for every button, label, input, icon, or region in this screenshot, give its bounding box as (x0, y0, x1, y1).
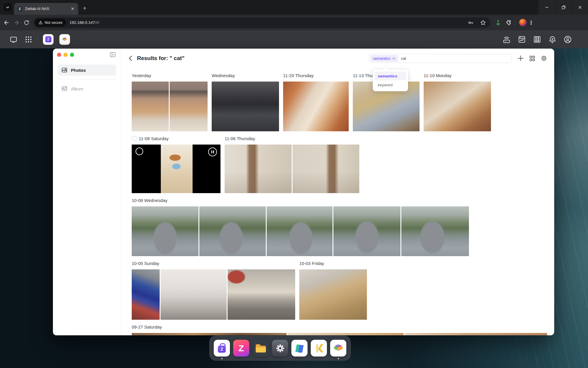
select-group-radio[interactable] (132, 136, 137, 141)
nas-device-icon[interactable] (502, 35, 511, 44)
tab-title: Zettlab AI NAS (25, 7, 70, 11)
dock-zettlab[interactable]: Z (233, 340, 249, 357)
back-chevron-icon[interactable] (128, 55, 132, 61)
bookmark-star-icon[interactable] (480, 19, 486, 26)
minimize-button[interactable] (539, 0, 555, 15)
settings-gear-icon (275, 343, 285, 353)
cat-looking-into-bucket-photo[interactable] (132, 269, 160, 320)
date-group-label: 11-06 Thursday (225, 135, 359, 142)
cat-toy-video[interactable] (132, 145, 220, 193)
restore-button[interactable] (555, 0, 572, 15)
album-icon (61, 86, 67, 92)
browser-tab[interactable]: Z Zettlab AI NAS ✕ (14, 3, 78, 15)
forward-icon (13, 19, 20, 26)
photo-select-circle[interactable] (136, 147, 143, 155)
notifications-icon[interactable] (548, 35, 557, 44)
profile-avatar[interactable] (519, 19, 527, 26)
cat-photo[interactable] (405, 333, 547, 335)
pause-button[interactable] (208, 147, 217, 156)
new-tab-button[interactable]: + (83, 5, 86, 12)
taskbar-zettlab-app[interactable]: Z (43, 34, 54, 45)
cat-by-door-photo[interactable] (225, 145, 292, 193)
white-cat-on-floor-photo[interactable] (161, 269, 227, 320)
dock-settings[interactable] (272, 340, 288, 357)
sidebar-collapse-button[interactable] (110, 52, 116, 58)
search-bar[interactable]: semantics (369, 54, 512, 63)
cat-climbing-potted-plant-photo[interactable] (199, 206, 266, 256)
dock: Z Z (209, 336, 351, 361)
plus-icon (517, 55, 524, 62)
close-traffic-light[interactable] (57, 53, 61, 57)
taskbar-photos-app[interactable] (59, 34, 70, 45)
cat-climbing-potted-plant-photo[interactable] (267, 206, 333, 256)
photo-strip (212, 82, 279, 131)
black-cat-on-keyboard-photo[interactable] (212, 82, 279, 131)
add-button[interactable] (517, 55, 524, 62)
password-key-icon[interactable] (467, 19, 474, 26)
photo-row: 09-27 Saturday (132, 324, 554, 335)
dock-files[interactable] (253, 340, 269, 357)
date-label-text: 10-03 Friday (299, 261, 324, 266)
cat-photo[interactable] (288, 333, 404, 335)
two-cats-playing-photo[interactable] (424, 82, 491, 131)
dock-k-app[interactable] (311, 340, 327, 357)
sidebar-item-album[interactable]: Album (58, 83, 116, 94)
minimize-traffic-light[interactable] (64, 53, 68, 57)
close-button[interactable] (572, 0, 588, 15)
calendar-extension-badge[interactable]: 9 30 (495, 20, 502, 26)
back-button[interactable] (3, 19, 10, 26)
grid-icon (529, 56, 535, 61)
desktop-taskbar: Z (0, 30, 588, 48)
layout-grid-button[interactable] (529, 56, 535, 61)
not-secure-chip[interactable]: Not secure (35, 19, 66, 26)
forward-button[interactable] (13, 19, 20, 26)
zoom-traffic-light[interactable] (70, 53, 74, 57)
photo-group: 09-27 Saturday (132, 324, 547, 335)
cat-by-door-photo[interactable] (293, 145, 359, 193)
desktop-wallpaper: Photos Album Results for: " cat" semant (0, 48, 588, 368)
system-monitor-icon[interactable] (518, 35, 526, 44)
dock-app-center[interactable]: Z (214, 340, 230, 357)
tab-close-icon[interactable]: ✕ (70, 6, 75, 11)
cat-photo[interactable] (132, 333, 287, 335)
photo-strip (132, 333, 547, 335)
cat-behind-sunflower-phone-case-photo[interactable] (283, 82, 349, 131)
search-input[interactable] (401, 56, 509, 61)
orange-cat-balcony-photo[interactable] (170, 82, 208, 131)
orange-cat-balcony-photo[interactable] (132, 82, 169, 131)
photo-strip (424, 82, 491, 131)
date-label-text: 10-08 Wednesday (132, 198, 167, 203)
photo-group: 11-20 Thursday (283, 72, 349, 131)
search-mode-select[interactable]: semantics (370, 55, 398, 62)
cat-lying-on-shop-ledge-photo[interactable] (228, 269, 295, 320)
dropdown-item-semantics[interactable]: semantics (375, 72, 406, 80)
extensions-puzzle-icon[interactable] (505, 19, 512, 26)
desktop-icon[interactable] (10, 36, 17, 43)
sidebar-item-photos[interactable]: Photos (58, 64, 116, 76)
address-bar[interactable]: Not secure 192.168.0.147/#/ (34, 17, 490, 28)
photo-group: 11-06 Thursday (225, 135, 359, 193)
dropdown-item-keyword[interactable]: keyword (375, 80, 406, 89)
dock-office[interactable] (291, 340, 308, 357)
tab-search-button[interactable] (4, 3, 12, 11)
main-panel: Results for: " cat" semantics (121, 49, 554, 335)
date-group-label: 11-10 Monday (424, 72, 491, 79)
search-mode-label: semantics (373, 56, 390, 61)
storage-icon[interactable] (533, 35, 541, 44)
date-group-label: 09-27 Saturday (132, 324, 547, 330)
cat-climbing-potted-plant-photo[interactable] (333, 206, 400, 256)
cat-climbing-potted-plant-photo[interactable] (132, 206, 198, 256)
cat-climbing-potted-plant-photo[interactable] (401, 206, 469, 256)
reload-button[interactable] (23, 19, 30, 26)
settings-button[interactable] (541, 55, 547, 62)
reload-icon (24, 20, 29, 26)
app-launcher-icon[interactable] (25, 36, 32, 43)
account-icon[interactable] (564, 35, 572, 44)
dock-photos[interactable] (330, 340, 346, 357)
zettlab-app-icon: Z (45, 36, 51, 42)
photo-strip (225, 145, 359, 193)
chevron-up-icon (392, 57, 395, 59)
date-label-text: 11-10 Monday (424, 73, 452, 78)
browser-menu-icon[interactable]: ••• (530, 20, 532, 25)
calico-cat-on-scratcher-photo[interactable] (299, 269, 367, 320)
